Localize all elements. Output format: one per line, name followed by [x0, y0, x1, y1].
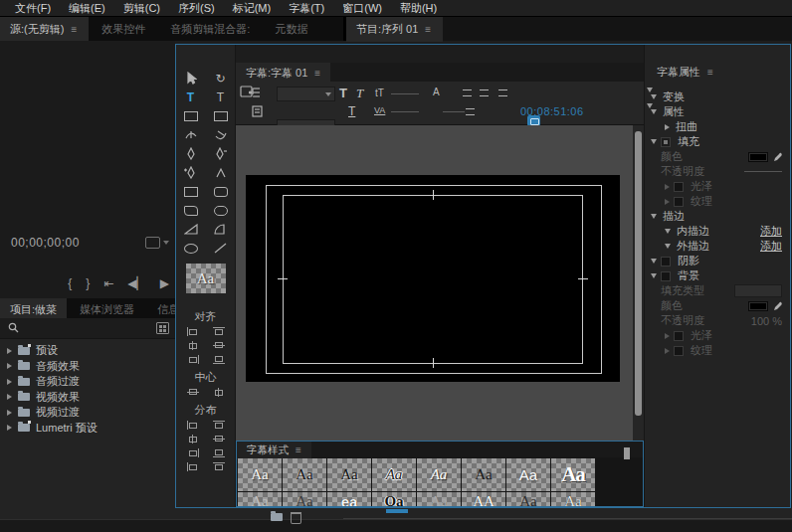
align-text-left-icon[interactable] [461, 87, 474, 96]
bold-button[interactable]: T [339, 86, 347, 100]
panel-menu-icon[interactable]: ≡ [71, 24, 77, 35]
prop-row-inner-strokes[interactable]: 内描边添加 [645, 224, 790, 239]
style-swatch[interactable]: Aa [283, 458, 326, 491]
disclosure-icon[interactable] [665, 184, 670, 190]
menu-title[interactable]: 字幕(T) [280, 1, 333, 16]
style-swatch[interactable]: Aa [417, 458, 461, 491]
video-frame[interactable] [246, 175, 620, 382]
vertical-type-tool-icon[interactable]: T [212, 89, 229, 104]
line-tool-icon[interactable] [212, 241, 229, 256]
disclosure-icon[interactable] [651, 259, 657, 264]
horizontal-scrollbar-thumb[interactable] [386, 509, 408, 513]
texture-checkbox[interactable] [674, 346, 684, 356]
prop-row-transform[interactable]: 变换 [645, 89, 790, 104]
tab-title-styles[interactable]: 字幕样式≡ [237, 442, 311, 459]
distribute-left-icon[interactable] [187, 421, 199, 430]
distribute-right-icon[interactable] [187, 448, 199, 457]
style-swatch[interactable]: Aa [372, 458, 416, 491]
rounded-rectangle-tool-icon[interactable] [212, 184, 229, 199]
eyedropper-icon[interactable] [772, 152, 782, 162]
underline-button[interactable]: T [348, 104, 355, 118]
background-video-timecode[interactable]: 00:08:51:06 [520, 105, 584, 117]
roll-crawl-options-icon[interactable] [249, 87, 263, 98]
font-size-field[interactable] [391, 93, 419, 94]
align-right-icon[interactable] [187, 355, 199, 364]
style-swatch[interactable]: Aa [238, 492, 282, 507]
delete-anchor-tool-icon[interactable] [212, 146, 229, 161]
round-rectangle-tool-icon[interactable] [212, 203, 229, 218]
prop-row-fill-sheen[interactable]: 光泽 [645, 179, 790, 194]
menu-file[interactable]: 文件(F) [6, 1, 60, 16]
scroll-down-icon[interactable] [647, 103, 653, 108]
menu-window[interactable]: 窗口(W) [333, 1, 391, 16]
mark-in-button[interactable]: { [68, 276, 72, 290]
menu-clip[interactable]: 剪辑(C) [114, 1, 169, 16]
disclosure-icon[interactable] [651, 214, 657, 219]
sheen-checkbox[interactable] [674, 331, 684, 341]
panel-menu-icon[interactable]: ≡ [425, 24, 431, 35]
delete-icon[interactable] [291, 512, 301, 524]
styles-scrollbar-thumb[interactable] [624, 447, 630, 459]
prop-row-background[interactable]: 背景 [645, 268, 790, 283]
align-text-right-icon[interactable] [495, 87, 507, 96]
align-top-icon[interactable] [213, 327, 225, 336]
step-back-button[interactable]: ◀▏ [127, 276, 145, 290]
font-browser-swatch[interactable]: Aa [186, 264, 226, 293]
wedge-tool-icon[interactable] [182, 222, 199, 237]
tab-metadata[interactable]: 元数据 [265, 17, 319, 42]
type-tool-icon[interactable]: T [182, 89, 199, 104]
align-text-center-icon[interactable] [478, 87, 491, 96]
style-swatch[interactable]: Aa [551, 492, 595, 507]
panel-menu-icon[interactable]: ≡ [296, 444, 301, 455]
kerning-field[interactable] [443, 111, 465, 112]
center-horizontal-icon[interactable] [187, 388, 199, 397]
templates-icon[interactable] [252, 105, 265, 117]
distribute-vcenter-icon[interactable] [213, 435, 225, 443]
menu-sequence[interactable]: 序列(S) [169, 1, 224, 16]
clipped-corner-rectangle-tool-icon[interactable] [182, 203, 199, 218]
prop-row-shadow[interactable]: 阴影 [645, 254, 790, 268]
rotation-tool-icon[interactable]: ↻ [212, 71, 229, 86]
menu-marker[interactable]: 标记(M) [224, 1, 281, 16]
prop-row-distort[interactable]: 扭曲 [645, 119, 790, 134]
pen-tool-icon[interactable] [182, 146, 199, 161]
canvas-vertical-scrollbar[interactable] [633, 125, 644, 441]
scroll-down-icon[interactable] [647, 88, 653, 92]
shadow-checkbox[interactable] [661, 257, 671, 266]
play-button[interactable]: ▶ [160, 276, 169, 290]
mark-out-button[interactable]: } [86, 276, 90, 290]
tab-source-monitor[interactable]: 源:(无剪辑)≡ [0, 17, 89, 42]
fill-checkbox[interactable] [661, 137, 671, 147]
tab-program-monitor[interactable]: 节目:序列 01≡ [346, 17, 443, 42]
panel-menu-icon[interactable]: ≡ [314, 68, 320, 79]
monitor-settings-icon[interactable] [145, 237, 160, 249]
italic-button[interactable]: T [356, 86, 363, 101]
color-swatch[interactable] [748, 152, 768, 162]
eyedropper-icon[interactable] [772, 301, 782, 311]
style-swatch[interactable]: Aa [238, 458, 282, 491]
ellipse-tool-icon[interactable] [182, 241, 199, 256]
vertical-area-type-tool-icon[interactable] [212, 108, 229, 123]
style-swatch[interactable]: Oa [372, 492, 416, 507]
selection-tool-icon[interactable] [182, 71, 199, 86]
font-family-select[interactable] [277, 87, 335, 101]
area-type-tool-icon[interactable] [182, 108, 199, 123]
path-type-tool-icon[interactable] [182, 127, 199, 142]
distribute-bottom-icon[interactable] [213, 448, 225, 457]
sheen-checkbox[interactable] [674, 182, 684, 192]
tab-effect-controls[interactable]: 效果控件 [92, 17, 157, 42]
style-swatch[interactable]: Aa [462, 458, 505, 491]
disclosure-icon[interactable] [651, 273, 657, 278]
panel-menu-icon[interactable]: ≡ [707, 67, 713, 78]
distribute-hcenter-icon[interactable] [187, 435, 199, 443]
tab-title[interactable]: 字幕:字幕 01≡ [236, 63, 330, 84]
disclosure-icon[interactable] [651, 139, 657, 144]
style-swatch[interactable]: Aa [506, 458, 550, 491]
style-swatch[interactable]: Aa [417, 492, 461, 507]
vertical-path-type-tool-icon[interactable] [212, 127, 229, 142]
rectangle-tool-icon[interactable] [182, 184, 199, 199]
style-swatch[interactable]: Aa [327, 458, 371, 491]
prop-row-fill-texture[interactable]: 纹理 [645, 194, 790, 209]
texture-checkbox[interactable] [674, 197, 684, 207]
arc-tool-icon[interactable] [212, 222, 229, 237]
